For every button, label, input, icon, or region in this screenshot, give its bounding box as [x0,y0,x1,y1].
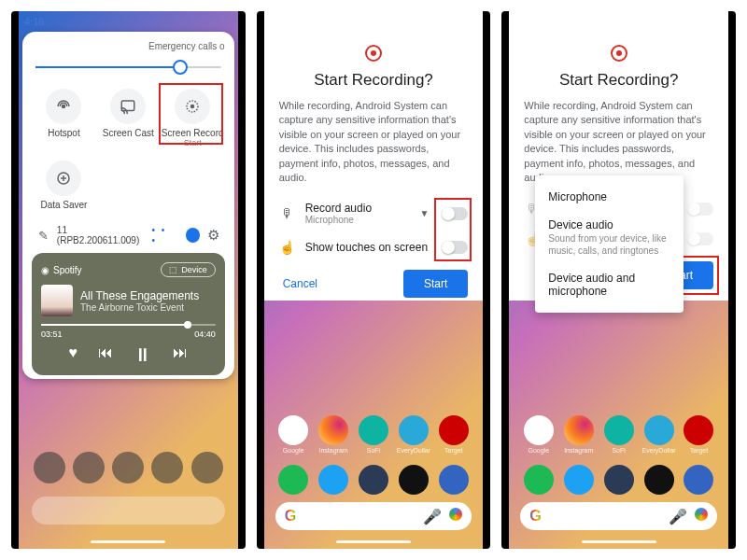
dialog-body: While recording, Android System can capt… [279,99,469,185]
device-button[interactable]: ⬚ Device [161,262,216,277]
record-icon [611,45,627,62]
tile-label: Screen Record [162,128,224,138]
menu-item-microphone[interactable]: Microphone [535,183,684,211]
pause-icon[interactable]: ⏸ [134,344,152,366]
option-record-audio[interactable]: 🎙 Record audio Microphone ▼ [279,202,469,225]
menu-item-both[interactable]: Device audio and microphone [535,264,684,305]
time-elapsed: 03:51 [41,329,63,339]
audio-source-menu: Microphone Device audio Sound from your … [535,175,684,313]
menu-sublabel: Sound from your device, like music, call… [548,233,670,257]
mic-icon: 🎙 [279,206,296,221]
menu-label: Microphone [548,190,670,203]
svg-point-3 [190,105,195,109]
start-button[interactable]: Start [403,270,468,298]
screenshot-1: 4:16 Emergency calls o Hotspot Screen Ca… [11,11,246,549]
dialog-title: Start Recording? [279,71,469,90]
toggle-record-audio[interactable] [442,207,468,220]
tile-label: Hotspot [48,128,79,138]
svg-point-0 [63,105,65,108]
build-number: 11 (RPB2.200611.009) [57,225,147,245]
google-search-bar[interactable]: G 🎤 [509,502,728,530]
app-label: EveryDollar [397,447,430,454]
emergency-label: Emergency calls o [32,41,225,51]
device-label: Device [181,265,207,274]
google-logo-icon: G [529,508,541,525]
prev-icon[interactable]: ⏮ [98,344,113,366]
cast-icon [110,89,146,124]
user-icon[interactable] [186,228,200,243]
record-icon [175,89,210,124]
like-icon[interactable]: ♥ [69,344,78,366]
menu-item-device-audio[interactable]: Device audio Sound from your device, lik… [535,211,684,264]
option-label: Show touches on screen [305,241,433,254]
track-title: All These Engagements [80,289,199,302]
home-apps-row: Google Instagram SoFi EveryDollar Target [264,415,484,454]
hotspot-icon [46,89,81,124]
page-dots: • • • [152,225,175,245]
option-show-touches[interactable]: ☝ Show touches on screen [279,240,469,255]
cancel-button[interactable]: Cancel [279,272,321,296]
home-apps-row: Google Instagram SoFi EveryDollar Target [509,415,728,454]
dialog-title: Start Recording? [524,71,713,90]
brightness-slider[interactable] [35,63,221,72]
option-label: Record audio [305,202,411,215]
dock-row [509,465,728,495]
menu-label: Device audio and microphone [548,272,670,298]
search-bar-blur [32,497,225,525]
assistant-icon[interactable] [449,508,462,521]
build-row: ✎ 11 (RPB2.200611.009) • • • ⚙ [32,223,225,247]
media-card: ◉ Spotify ⬚ Device All These Engagements… [32,253,225,375]
tile-label: Data Saver [40,200,87,210]
qs-tiles: Hotspot Screen Cast Screen Record Start [32,89,225,223]
nav-handle[interactable] [582,540,656,543]
toggle-show-touches[interactable] [687,232,713,245]
spotify-icon: ◉ [41,265,49,275]
app-label: Target [690,447,708,454]
dialog-body: While recording, Android System can capt… [524,99,713,185]
assistant-icon[interactable] [695,508,708,521]
gear-icon[interactable]: ⚙ [205,227,221,244]
chevron-down-icon[interactable]: ▼ [419,208,429,218]
tile-cast[interactable]: Screen Cast [96,89,161,147]
mic-icon[interactable]: 🎤 [669,508,687,525]
app-label: Google [529,447,550,454]
toggle-show-touches[interactable] [442,241,468,254]
record-icon [365,45,382,62]
app-label: Target [444,447,462,454]
touch-icon: ☝ [279,240,296,255]
tile-screen-record[interactable]: Screen Record Start [161,89,225,147]
tile-data-saver[interactable]: Data Saver [32,161,96,210]
edit-icon[interactable]: ✎ [35,227,51,244]
media-controls: ♥ ⏮ ⏸ ⏭ [41,344,216,366]
track-artist: The Airborne Toxic Event [80,302,199,313]
nav-handle[interactable] [91,540,165,543]
device-icon: ⬚ [169,265,177,274]
media-source-label: Spotify [53,265,82,275]
start-recording-dialog: Start Recording? While recording, Androi… [264,32,484,311]
nav-handle[interactable] [336,540,411,543]
dock-row-blur [30,452,227,483]
google-logo-icon: G [285,508,296,525]
tile-label: Screen Cast [103,128,154,138]
progress-slider[interactable] [41,322,216,328]
album-art [41,285,73,316]
quick-settings-panel: Emergency calls o Hotspot Screen Cast [22,32,234,379]
app-label: SoFi [612,447,625,454]
app-label: EveryDollar [641,447,675,454]
next-icon[interactable]: ⏭ [173,344,188,366]
datasaver-icon [46,161,81,196]
google-search-bar[interactable]: G 🎤 [264,502,484,530]
screenshot-2: Start Recording? While recording, Androi… [257,11,491,549]
mic-icon[interactable]: 🎤 [423,508,442,525]
toggle-record-audio[interactable] [687,203,713,216]
app-label: Google [283,447,304,454]
app-label: SoFi [367,447,380,454]
tile-sublabel: Start [184,138,202,147]
dock-row [264,465,484,495]
time-total: 04:40 [194,329,216,339]
app-label: Instagram [564,447,593,454]
screenshot-3: 4:16 ⊖ ▮ ▮ 86% Start Recording? While re… [501,11,736,549]
tile-hotspot[interactable]: Hotspot [32,89,96,147]
app-label: Instagram [318,447,347,454]
menu-label: Device audio [548,218,670,231]
